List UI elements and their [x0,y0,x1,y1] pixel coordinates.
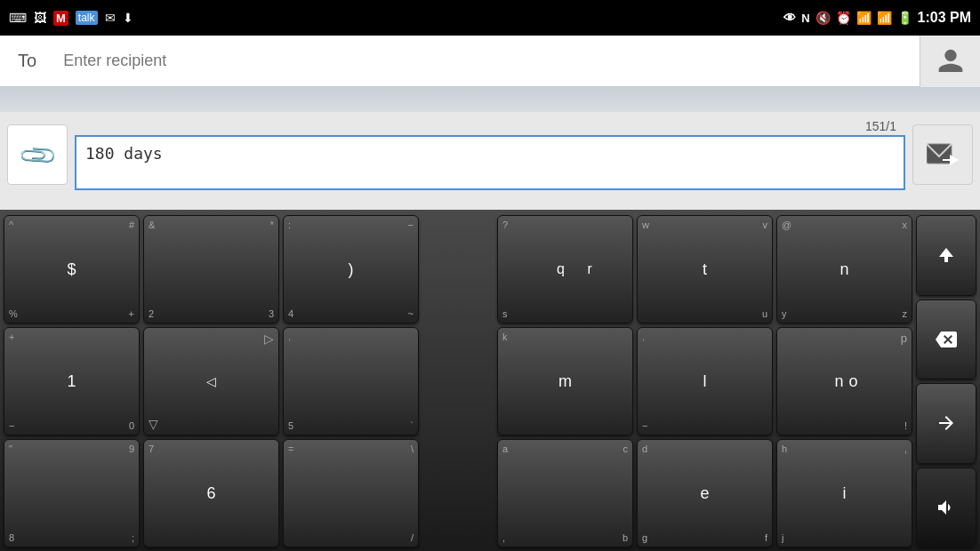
enter-key[interactable] [916,467,976,548]
time-display: 1:03 PM [918,10,971,26]
key-alt-9: 9 [129,443,134,454]
talk-icon: talk [76,11,98,25]
key-alt-v: v [763,220,768,230]
key-alt-equals: = [288,443,293,454]
forward-key[interactable] [916,383,976,464]
key-nop[interactable]: n o ! p [776,327,912,435]
key-sub-s: s [502,308,508,319]
gmail-icon: M [53,11,68,26]
key-sub-percent: % [9,308,18,319]
keyboard-left: ^ # $ % + & * 2 3 : − ) 4 ~ [4,215,419,547]
key-sub-comma: , [502,532,505,543]
key-r: r [587,261,591,277]
status-bar-right-icons: 👁 N 🔇 ⏰ 📶 📶 🔋 1:03 PM [783,10,971,26]
key-left-arrow-icon: ◁ [206,374,216,388]
key-symbols-7[interactable]: " 9 8 ; [4,439,140,547]
key-wvtu[interactable]: w v t u [637,215,773,323]
nfc-icon: N [801,12,809,25]
key-sub-dash: − [642,420,647,431]
key-symbols-3[interactable]: : − ) 4 ~ [283,215,419,323]
key-row-2-left: + 1 − 0 ◁ ▷ ▽ . 5 ` [4,327,419,435]
message-input[interactable]: 180 days [75,135,905,190]
key-main-q: q [557,261,565,277]
key-main-1: 1 [67,372,76,391]
attachment-button[interactable]: 📎 [7,124,68,185]
key-hij[interactable]: h , i j [776,439,912,547]
key-sub-down-arrow: ▽ [149,417,158,431]
mute-icon: 🔇 [815,11,831,25]
key-sub-tilde: ~ [408,308,414,319]
mail-icon: ✉ [105,11,116,25]
key-symbols-5[interactable]: ◁ ▷ ▽ [143,327,279,435]
key-alt-p: p [901,331,907,345]
key-alt-7: 7 [149,443,154,454]
key-row-2-right: k m . l − n o ! p [497,327,912,435]
key-alt-backslash: \ [411,443,414,454]
status-bar: ⌨ 🖼 M talk ✉ ⬇ 👁 N 🔇 ⏰ 📶 📶 🔋 1:03 PM [0,0,980,36]
key-alt-c: c [623,443,629,454]
send-button[interactable] [912,124,973,185]
contact-picker-button[interactable] [920,36,980,87]
char-count: 151/1 [75,119,905,133]
key-main-l: l [703,372,707,391]
keyboard-right: ? q r s w v t u @ x n y z [497,215,912,547]
recipient-input[interactable] [54,36,920,86]
key-alt-plus2: + [9,331,14,342]
key-symbols-8[interactable]: 7 6 [143,439,279,547]
key-alt-colon: : [288,220,291,230]
key-deg[interactable]: d e g f [637,439,773,547]
shift-icon [936,244,957,266]
key-alt-a: a [502,443,508,454]
key-sub-4: 4 [288,308,293,319]
key-sub-3: 3 [269,308,274,319]
key-alt-star: * [270,220,274,230]
contact-icon [936,47,965,76]
key-atxnyz[interactable]: @ x n y z [776,215,912,323]
alarm-icon: ⏰ [836,11,851,25]
keyboard: ^ # $ % + & * 2 3 : − ) 4 ~ [0,210,980,551]
key-symbols-9[interactable]: = \ / [283,439,419,547]
key-alt-amp: & [149,220,155,230]
key-sub-slash: / [411,532,414,543]
key-l[interactable]: . l − [637,327,773,435]
key-alt-d: d [642,443,647,454]
backspace-key[interactable] [916,299,976,380]
image-icon: 🖼 [34,11,46,25]
key-alt-k: k [502,331,508,342]
key-sub-5: 5 [288,420,293,431]
key-sub-backtick: ` [410,420,414,431]
key-symbols-1[interactable]: ^ # $ % + [4,215,140,323]
key-symbols-2[interactable]: & * 2 3 [143,215,279,323]
key-sub-b: b [623,532,628,543]
key-sub-f: f [765,532,767,543]
signal-icon: 📶 [877,11,892,25]
key-sub-z: z [903,308,908,319]
key-alt-x: x [903,220,908,230]
battery-icon: 🔋 [897,11,912,25]
key-main-n: n [839,260,848,279]
key-qsr[interactable]: ? q r s [497,215,633,323]
key-alt-at: @ [782,220,791,230]
key-alt-dot: . [288,331,291,342]
key-row-3-right: a , b c d e g f h , i j [497,439,912,547]
key-symbols-4[interactable]: + 1 − 0 [4,327,140,435]
key-main-dollar: $ [67,260,76,279]
backspace-icon [936,329,957,350]
status-bar-left-icons: ⌨ 🖼 M talk ✉ ⬇ [9,11,133,26]
key-sub-semi: ; [132,532,134,543]
shift-key[interactable] [916,215,976,296]
keyboard-icon: ⌨ [9,11,27,25]
key-acb[interactable]: a , b c [497,439,633,547]
key-km[interactable]: k m [497,327,633,435]
divider [0,87,980,112]
key-alt-comma2: , [904,443,907,454]
key-symbols-6[interactable]: . 5 ` [283,327,419,435]
forward-icon [936,412,957,434]
key-o: o [849,372,858,391]
key-main-t: t [703,260,707,279]
key-main-n2: n [834,372,843,391]
key-main-i: i [843,484,847,503]
key-alt-w: w [642,220,649,230]
key-alt-minus: − [408,220,414,230]
keyboard-main: ^ # $ % + & * 2 3 : − ) 4 ~ [4,215,976,547]
